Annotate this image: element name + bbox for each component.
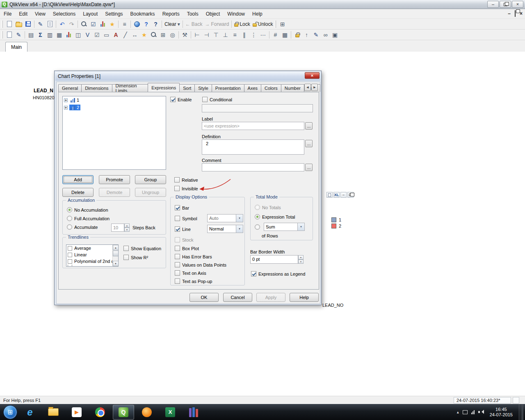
tab-scroll-left-button[interactable]: ◀ <box>304 84 311 91</box>
window-close-button[interactable]: × <box>512 1 523 8</box>
spin-down-icon[interactable]: ▼ <box>124 228 130 232</box>
taskbar-excel-button[interactable]: X <box>160 405 181 420</box>
tab-dimension-limits[interactable]: Dimension Limits <box>112 84 148 92</box>
symbol-checkbox[interactable]: Symbol <box>175 216 197 221</box>
tab-scroll-right-button[interactable]: ▶ <box>311 84 318 91</box>
lock-object-button[interactable] <box>292 30 302 39</box>
tab-expressions[interactable]: Expressions <box>148 83 180 92</box>
tab-number[interactable]: Number <box>281 84 304 92</box>
expressions-as-legend-checkbox[interactable]: Expressions as Legend <box>251 271 305 276</box>
trendlines-list[interactable]: Average Linear Polynomial of 2nd d ▲ <box>66 244 119 267</box>
bar-border-width-spinner[interactable]: ▲ ▼ <box>298 255 304 264</box>
tab-dimensions[interactable]: Dimensions <box>81 84 112 92</box>
quick-chart-button[interactable] <box>98 20 107 29</box>
chart-print-button[interactable] <box>326 192 333 198</box>
toolbar-grip[interactable] <box>2 21 3 28</box>
menu-reports[interactable]: Reports <box>159 9 183 18</box>
trendline-partial-row[interactable] <box>66 265 118 267</box>
promote-button[interactable]: Promote <box>99 175 130 184</box>
taskbar-media-player-button[interactable]: ▶ <box>66 405 87 420</box>
tab-general[interactable]: General <box>58 84 82 92</box>
dialog-titlebar[interactable]: Chart Properties [1] <box>55 72 320 81</box>
window-restore-button[interactable] <box>500 1 511 8</box>
database-button[interactable]: ▣ <box>330 30 340 39</box>
new-document-button[interactable] <box>5 20 14 29</box>
chart-maximize-button[interactable] <box>347 192 354 198</box>
taskbar-explorer-button[interactable] <box>43 405 64 420</box>
create-multibox-button[interactable]: ▥ <box>45 30 55 39</box>
apply-button[interactable]: Apply <box>256 293 285 302</box>
distribute-cols-button[interactable]: ∥ <box>240 30 249 39</box>
clear-button[interactable]: Clear ▾ <box>163 21 181 27</box>
text-as-popup-checkbox[interactable]: Text as Pop-up <box>175 278 212 284</box>
trendline-linear[interactable]: Linear <box>66 251 118 258</box>
menu-bookmarks[interactable]: Bookmarks <box>127 9 159 18</box>
menu-tools[interactable]: Tools <box>183 9 202 18</box>
design-grid-button[interactable]: ▦ <box>280 30 290 39</box>
help-button-dialog[interactable]: Help <box>290 293 319 302</box>
create-listbox-button[interactable]: ▤ <box>26 30 36 39</box>
taskbar-orange-app-button[interactable] <box>136 405 158 420</box>
network-icon[interactable] <box>471 410 475 414</box>
has-error-bars-checkbox[interactable]: Has Error Bars <box>175 254 212 259</box>
create-tablebox-button[interactable]: ▦ <box>55 30 64 39</box>
line-checkbox[interactable]: Line <box>175 226 191 232</box>
export-button[interactable]: ↑ <box>302 30 311 39</box>
unlock-button[interactable]: Unlock <box>251 21 274 27</box>
spin-down-icon[interactable]: ▼ <box>298 260 304 264</box>
symbol-combo[interactable]: Auto ▼ <box>207 214 243 222</box>
ungroup-button[interactable]: Ungroup <box>135 188 166 197</box>
create-button-object-button[interactable]: ▭ <box>102 30 111 39</box>
sheet-properties-button[interactable]: ✎ <box>14 30 23 39</box>
menu-object[interactable]: Object <box>202 9 224 18</box>
snap-grid-button[interactable]: # <box>271 30 280 39</box>
align-left-button[interactable]: ⊢ <box>192 30 202 39</box>
no-totals-radio[interactable]: No Totals <box>255 205 281 210</box>
hidden-icons-chevron[interactable]: ▴ <box>457 410 459 414</box>
demote-button[interactable]: Demote <box>99 188 130 197</box>
menu-file[interactable]: File <box>0 9 15 18</box>
legend-item[interactable]: 2 <box>331 223 341 229</box>
bar-border-width-field[interactable]: 0 pt <box>250 255 298 264</box>
full-accumulation-radio[interactable]: Full Accumulation <box>67 216 110 221</box>
mdi-restore-button[interactable] <box>515 11 516 16</box>
favorites-button[interactable]: ★ <box>107 20 117 29</box>
relative-checkbox[interactable]: Relative <box>174 177 198 183</box>
taskbar-qlikview-button[interactable]: Q <box>113 405 134 420</box>
scroll-up-icon[interactable]: ▲ <box>113 245 119 250</box>
help-button[interactable]: ? <box>142 20 151 29</box>
forward-button[interactable]: → Forward <box>203 21 230 27</box>
box-plot-checkbox[interactable]: Box Plot <box>175 246 199 251</box>
align-right-button[interactable]: ⊣ <box>202 30 211 39</box>
expression-total-radio[interactable]: Expression Total <box>255 214 295 219</box>
enable-checkbox[interactable]: Enable <box>170 97 192 102</box>
no-accumulation-radio[interactable]: No Accumulation <box>67 207 108 212</box>
linked-objects-button[interactable]: ∞ <box>321 30 330 39</box>
ok-button[interactable]: OK <box>189 293 219 302</box>
open-file-button[interactable] <box>14 20 23 29</box>
distribute-rows-button[interactable]: ≡ <box>230 30 240 39</box>
legend-item[interactable]: 1 <box>331 217 341 223</box>
design-toggle-button[interactable]: ⊞ <box>278 20 287 29</box>
scroll-down-icon[interactable]: ▼ <box>113 261 119 266</box>
steps-back-spinner[interactable]: ▲ ▼ <box>124 224 130 232</box>
delete-button[interactable]: Delete <box>62 188 94 197</box>
create-input-box-button[interactable]: V <box>83 30 92 39</box>
notes-button[interactable] <box>45 20 55 29</box>
trendline-average[interactable]: Average <box>66 245 118 251</box>
comment-ellipsis-button[interactable]: ... <box>305 164 313 171</box>
search-button[interactable] <box>79 20 89 29</box>
taskbar-chrome-button[interactable] <box>89 405 111 420</box>
tray-app-icon[interactable] <box>463 410 468 414</box>
trendlines-scrollbar[interactable]: ▲ ▼ <box>112 245 118 266</box>
bar-checkbox[interactable]: Bar <box>175 205 189 210</box>
space-horizontal-button[interactable]: ⋯ <box>258 30 268 39</box>
taskbar-ie-button[interactable]: e <box>19 405 41 420</box>
cancel-button[interactable]: Cancel <box>223 293 252 302</box>
mdi-close-button[interactable]: × <box>520 11 523 16</box>
chart-export-excel-button[interactable]: XL <box>333 192 340 198</box>
redo-button[interactable]: ↷ <box>67 20 76 29</box>
create-pivot-button[interactable]: ◫ <box>73 30 83 39</box>
window-minimize-button[interactable]: – <box>487 1 499 8</box>
dialog-close-button[interactable]: × <box>305 72 320 79</box>
